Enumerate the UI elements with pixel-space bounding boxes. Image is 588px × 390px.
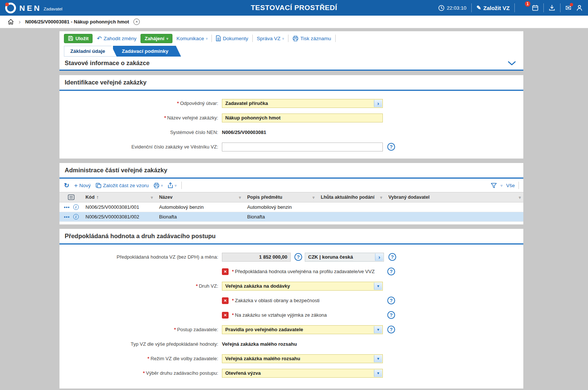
new-part-label: Nový bbox=[79, 183, 91, 188]
help-icon[interactable]: ? bbox=[387, 297, 395, 304]
mail-icon[interactable]: ✉ bbox=[565, 4, 571, 12]
row-menu-icon[interactable]: ••• bbox=[64, 214, 70, 220]
column-header-name[interactable]: Název ▿ bbox=[155, 192, 243, 202]
help-icon[interactable]: ? bbox=[387, 143, 395, 151]
open-picker-icon[interactable]: › bbox=[375, 253, 383, 261]
column-settings-button[interactable] bbox=[59, 192, 82, 202]
communication-label: Komunikace bbox=[177, 36, 204, 41]
help-icon[interactable]: ? bbox=[387, 326, 395, 333]
documents-label: Dokumenty bbox=[223, 36, 248, 41]
chevron-down-icon[interactable]: ▾ bbox=[374, 326, 382, 333]
help-icon[interactable]: ? bbox=[388, 253, 396, 261]
nen-logo[interactable]: NEN Zadavatel bbox=[5, 3, 62, 13]
download-icon[interactable] bbox=[549, 4, 555, 11]
new-part-button[interactable]: + Nový bbox=[74, 182, 91, 189]
required-marker: * bbox=[177, 100, 179, 106]
column-header-subject[interactable]: Popis předmětu ▿ bbox=[243, 192, 317, 202]
estimated-value-title: Předpokládaná hodnota a druh zadávacího … bbox=[65, 233, 216, 240]
view-all-button[interactable]: Vše bbox=[506, 183, 515, 188]
vz-kind-select[interactable]: Veřejná zakázka na dodávky ▾ bbox=[222, 282, 383, 291]
procedure-type-select[interactable]: Otevřená výzva ▾ bbox=[222, 369, 383, 378]
chevron-down-icon[interactable]: ▾ bbox=[374, 370, 382, 377]
parts-grid-toolbar: ↻ + Nový Založit část ze vzoru ▿ bbox=[59, 179, 523, 192]
help-icon[interactable]: ? bbox=[387, 268, 395, 275]
copy-template-icon bbox=[96, 183, 101, 188]
procedure-select[interactable]: Pravidla pro veřejného zadavatele ▾ bbox=[222, 325, 383, 334]
divider bbox=[181, 182, 182, 189]
communication-menu[interactable]: Komunikace ▿ bbox=[177, 36, 208, 41]
chevron-down-icon[interactable] bbox=[508, 61, 518, 65]
menu-button[interactable]: 1 bbox=[520, 4, 527, 11]
chevron-down-icon[interactable]: ▿ bbox=[501, 183, 503, 188]
print-record-button[interactable]: Tisk záznamu bbox=[293, 36, 331, 41]
vz-name-row: *Název veřejné zakázky: Nákup pohonných … bbox=[59, 111, 523, 125]
user-profile-icon[interactable] bbox=[576, 4, 583, 11]
column-filter-icon[interactable]: ▿ bbox=[313, 195, 314, 199]
manage-vz-label: Správa VZ bbox=[257, 36, 281, 41]
column-filter-icon[interactable]: ▿ bbox=[239, 195, 241, 199]
help-icon[interactable]: ? bbox=[387, 311, 395, 319]
create-vz-button[interactable]: ✎ Založit VZ bbox=[476, 4, 510, 11]
chevron-down-icon[interactable]: ▾ bbox=[374, 282, 382, 290]
environment-title: TESTOVACÍ PROSTŘEDÍ bbox=[251, 4, 337, 12]
currency-picker[interactable]: CZK | koruna česká › bbox=[305, 253, 384, 262]
cell-code: N006/25/V00003081/002 bbox=[82, 214, 155, 220]
estimated-value-input[interactable]: 1 852 000,00 bbox=[222, 253, 291, 262]
documents-button[interactable]: Dokumenty bbox=[216, 35, 248, 41]
vz-name-label: *Název veřejné zakázky: bbox=[59, 115, 222, 121]
divider bbox=[252, 35, 253, 42]
info-icon[interactable]: i bbox=[73, 204, 79, 210]
info-icon[interactable]: i bbox=[73, 214, 79, 220]
chevron-down-icon[interactable]: ▾ bbox=[374, 355, 382, 362]
checkbox-unchecked-icon[interactable]: × bbox=[222, 268, 229, 275]
create-part-from-template-button[interactable]: Založit část ze vzoru bbox=[96, 183, 149, 188]
tab-basic-info[interactable]: Základní údaje bbox=[64, 46, 117, 57]
start-procedure-button[interactable]: Zahájení ▿ bbox=[140, 34, 172, 43]
column-header-deadline[interactable]: Lhůta aktuálního podání ▿ bbox=[317, 192, 385, 202]
help-icon[interactable]: ? bbox=[294, 253, 302, 261]
print-grid-button[interactable]: ▿ bbox=[154, 183, 163, 188]
divider bbox=[514, 3, 515, 12]
column-filter-icon[interactable]: ▿ bbox=[380, 195, 382, 199]
divider bbox=[335, 35, 336, 42]
filter-icon[interactable] bbox=[491, 183, 497, 188]
responsible-unit-picker[interactable]: Zadavatel příručka › bbox=[222, 99, 383, 108]
breadcrumb-current-record[interactable]: N006/25/V00003081 - Nákup pohonných hmot bbox=[25, 19, 129, 25]
responsible-unit-value: Zadavatel příručka bbox=[225, 100, 268, 106]
start-procedure-label: Zahájení bbox=[145, 36, 164, 41]
checkbox-unchecked-icon[interactable]: × bbox=[222, 312, 229, 319]
row-menu-icon[interactable]: ••• bbox=[64, 205, 70, 210]
save-button[interactable]: Uložit bbox=[64, 34, 93, 43]
type-by-value-label: Typ VZ dle výše předpokládané hodnoty: bbox=[59, 341, 222, 347]
print-record-label: Tisk záznamu bbox=[300, 36, 331, 41]
vz-name-input[interactable]: Nákup pohonných hmot bbox=[222, 114, 383, 122]
tab-tender-conditions[interactable]: Zadávací podmínky bbox=[113, 46, 181, 57]
tab-bar: Základní údaje Zadávací podmínky bbox=[59, 45, 523, 57]
discard-changes-button[interactable]: ↶ Zahodit změny bbox=[97, 35, 136, 42]
table-row[interactable]: ••• i N006/25/V00003081/001 Automobilový… bbox=[59, 202, 523, 212]
divider bbox=[518, 182, 519, 189]
home-icon[interactable] bbox=[7, 19, 14, 25]
table-row-selected[interactable]: ••• i N006/25/V00003081/002 Bionafta Bio… bbox=[59, 212, 523, 222]
column-filter-icon[interactable]: ▿ bbox=[151, 195, 153, 199]
column-header-code[interactable]: Kód↑ ▿ bbox=[82, 192, 155, 202]
calendar-icon[interactable] bbox=[532, 4, 539, 11]
status-info-collapsible[interactable]: Stavové informace o zakázce bbox=[59, 57, 523, 71]
refresh-icon[interactable]: ↻ bbox=[64, 182, 69, 189]
evidence-number-input[interactable] bbox=[222, 143, 383, 151]
regime-select[interactable]: Veřejná zakázka malého rozsahu ▾ bbox=[222, 354, 383, 363]
system-number-row: Systémové číslo NEN: N006/25/V00003081 bbox=[59, 125, 523, 140]
responsible-unit-label: *Odpovědný útvar: bbox=[59, 100, 222, 106]
column-filter-icon[interactable]: ▿ bbox=[519, 195, 521, 199]
export-button[interactable]: ▿ bbox=[168, 182, 177, 188]
exemption-checkbox-label: *Na zakázku se vztahuje výjimka ze zákon… bbox=[232, 312, 327, 318]
close-record-icon[interactable]: × bbox=[133, 19, 140, 25]
open-picker-icon[interactable]: › bbox=[374, 100, 382, 107]
checkbox-unchecked-icon[interactable]: × bbox=[222, 297, 229, 304]
manage-vz-menu[interactable]: Správa VZ ▿ bbox=[257, 36, 284, 41]
cell-subject: Automobilový benzin bbox=[243, 204, 317, 210]
column-header-supplier[interactable]: Vybraný dodavatel ▿ bbox=[385, 192, 523, 202]
defense-checkbox-row: × *Zakázka v oblasti obrany a bezpečnost… bbox=[59, 293, 523, 308]
identification-title: Identifikace veřejné zakázky bbox=[65, 79, 146, 86]
status-info-title: Stavové informace o zakázce bbox=[65, 60, 149, 67]
